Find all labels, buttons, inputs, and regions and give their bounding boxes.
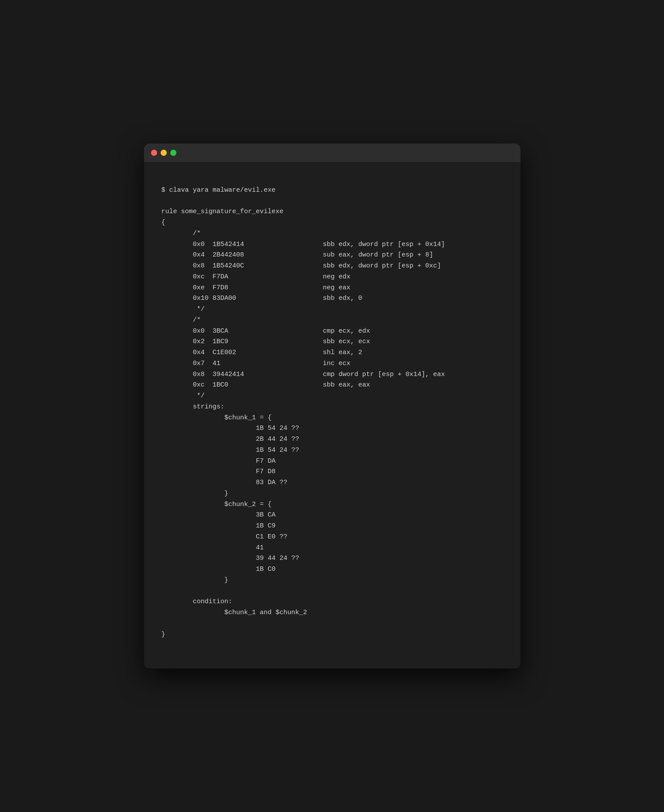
- disasm1-content: 0x0 1B542414 sbb edx, dword ptr [esp + 0…: [193, 241, 445, 248]
- comment2-open: /*: [193, 316, 201, 324]
- disasm2-line4: 0x7 41 inc ecx: [193, 360, 351, 367]
- maximize-button[interactable]: [170, 150, 176, 156]
- disasm2-line5: 0x8 39442414 cmp dword ptr [esp + 0x14],…: [193, 371, 445, 378]
- terminal-content: $ clava yara malware/evil.exe rule some_…: [144, 162, 520, 668]
- minimize-button[interactable]: [161, 150, 167, 156]
- disasm1-line4: 0xc F7DA neg edx: [193, 273, 351, 281]
- chunk2-byte5: 39 44 24 ??: [256, 555, 299, 562]
- chunk2-byte3: C1 E0 ??: [256, 533, 288, 541]
- chunk1-byte6: 83 DA ??: [256, 479, 288, 486]
- closing-brace: }: [162, 631, 165, 638]
- chunk1-close: }: [225, 490, 228, 497]
- comment2-close: */: [197, 392, 205, 400]
- chunk2-close: }: [225, 576, 228, 584]
- condition-expr: $chunk_1 and $chunk_2: [225, 609, 307, 616]
- strings-label: strings:: [193, 403, 225, 411]
- open-brace: {: [162, 219, 165, 226]
- disasm2-line2: 0x2 1BC9 sbb ecx, ecx: [193, 338, 370, 345]
- disasm2-line3: 0x4 C1E002 shl eax, 2: [193, 349, 362, 356]
- terminal-window: $ clava yara malware/evil.exe rule some_…: [144, 144, 520, 668]
- comment1-open: /*: [193, 230, 201, 237]
- close-button[interactable]: [151, 150, 157, 156]
- chunk2-byte2: 1B C9: [256, 522, 276, 530]
- chunk1-header: $chunk_1 = {: [225, 414, 272, 422]
- rule-declaration: rule some_signature_for_evilexe: [162, 208, 284, 215]
- disasm2-line6: 0xc 1BC0 sbb eax, eax: [193, 381, 370, 389]
- chunk1-byte2: 2B 44 24 ??: [256, 436, 299, 443]
- disasm1-line3: 0x8 1B54240C sbb edx, dword ptr [esp + 0…: [193, 262, 441, 270]
- disasm2-line1: 0x0 3BCA cmp ecx, edx: [193, 327, 370, 335]
- disasm1-line2: 0x4 2B442408 sub eax, dword ptr [esp + 8…: [193, 251, 433, 259]
- chunk2-byte1: 3B CA: [256, 511, 276, 519]
- chunk2-byte6: 1B C0: [256, 566, 276, 573]
- prompt-line: $ clava yara malware/evil.exe: [162, 186, 276, 194]
- disasm1-line6: 0x10 83DA00 sbb edx, 0: [193, 295, 362, 302]
- chunk2-header: $chunk_2 = {: [225, 501, 272, 508]
- comment1-close: */: [197, 306, 205, 313]
- title-bar: [144, 144, 520, 162]
- chunk1-byte1: 1B 54 24 ??: [256, 425, 299, 432]
- chunk1-byte5: F7 D8: [256, 468, 276, 475]
- chunk2-byte4: 41: [256, 544, 264, 552]
- disasm1-line5: 0xe F7D8 neg eax: [193, 284, 351, 292]
- chunk1-byte4: F7 DA: [256, 457, 276, 465]
- condition-label: condition:: [193, 598, 232, 605]
- chunk1-byte3: 1B 54 24 ??: [256, 446, 299, 454]
